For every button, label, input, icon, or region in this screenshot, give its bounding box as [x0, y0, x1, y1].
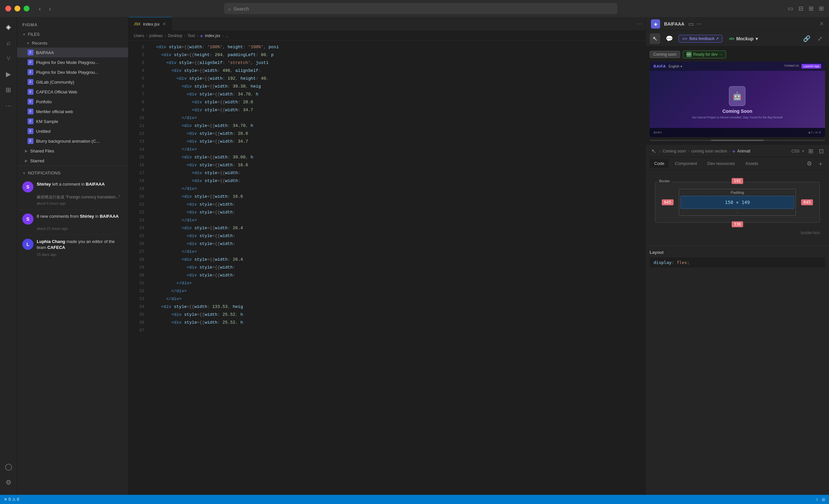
panel-breadcrumb-cursor-icon[interactable]: ↖	[650, 147, 657, 155]
sync-icon[interactable]: ↕	[816, 497, 818, 502]
breadcrumb-sep-1: ›	[165, 33, 166, 38]
breadcrumb-index-jsx[interactable]: index.jsx	[205, 33, 220, 38]
file-item-cafeca[interactable]: F CAFECA Official Web	[17, 87, 128, 97]
shared-files-item[interactable]: ▶ Shared Files	[17, 146, 128, 156]
cursor-tool-button[interactable]: ↖	[650, 33, 660, 44]
line-num-13: 13	[129, 138, 148, 146]
panel-toggle-button[interactable]: ⊞	[809, 5, 814, 12]
panel-tab-assets[interactable]: Assets	[741, 159, 763, 168]
search-icon[interactable]: ⌕	[2, 36, 15, 49]
breadcrumb-ellipsis[interactable]: ...	[226, 33, 229, 38]
tab-index-jsx[interactable]: JSX index.jsx ✕	[129, 17, 172, 31]
file-item-portfolio[interactable]: F Portfolio	[17, 97, 128, 107]
components-icon[interactable]: ⊞	[2, 83, 15, 97]
back-button[interactable]: ‹	[36, 4, 44, 14]
chevron-down-icon: ▼	[22, 32, 26, 36]
file-item-untitled[interactable]: F Untitled	[17, 126, 128, 136]
file-icon-baifaaa: F	[28, 49, 33, 56]
code-line-36: <div style={{width: 25.52, h	[151, 319, 645, 327]
badge-coming-soon[interactable]: Coming soon	[650, 51, 680, 58]
maximize-button[interactable]	[24, 6, 30, 11]
user-icon[interactable]: ◯	[2, 460, 15, 473]
code-line-7: <div style={{width: 34.70, h	[151, 91, 645, 98]
link-button[interactable]: 🔗	[801, 33, 812, 44]
line-num-11: 11	[129, 122, 148, 130]
panel-tab-component[interactable]: Component	[670, 159, 701, 168]
file-item-plugins1[interactable]: F Plugins for Dev Mode Playgrou...	[17, 58, 128, 67]
file-name-untitled: Untitled	[36, 129, 50, 134]
error-indicator[interactable]: ✕ 0 ⚠ 0	[4, 497, 19, 502]
file-item-plugins2[interactable]: F Plugins for Dev Mode Playgrou...	[17, 67, 128, 77]
files-section-header[interactable]: ▼ FILES	[17, 30, 128, 39]
files-label: FILES	[28, 32, 40, 37]
notifications-header[interactable]: ▼ NOTIFICATIONS	[17, 169, 128, 177]
code-content[interactable]: <div style={{width: '100%', height: '100…	[148, 41, 645, 495]
notification-item-2[interactable]: L Luphia Chang made you an editor of the…	[17, 235, 128, 261]
file-item-km[interactable]: F KM Sample	[17, 116, 128, 126]
file-icon-gitlab: F	[28, 79, 33, 85]
panel-breadcrumb-sep-0: ›	[659, 149, 661, 153]
panel-breadcrumb-animati[interactable]: Animati	[737, 149, 750, 153]
breadcrumb-users[interactable]: Users	[134, 33, 144, 38]
panel-breadcrumb-coming-soon[interactable]: Coming soon	[663, 149, 686, 153]
line-num-28: 28	[129, 256, 148, 264]
panel-tab-dev-resources[interactable]: Dev resources	[703, 159, 740, 168]
forward-button[interactable]: ›	[46, 4, 54, 14]
panel-more-button[interactable]: ···	[696, 20, 701, 28]
code-line-21: <div style={{width:	[151, 201, 645, 209]
settings-icon[interactable]: ⚙	[2, 476, 15, 489]
panel-close-button[interactable]: ✕	[820, 21, 824, 27]
layout-toggle-button[interactable]: ⊟	[798, 5, 803, 12]
beta-feedback-button[interactable]: </> Beta feedback ↗	[679, 35, 722, 43]
css-label[interactable]: CSS	[791, 149, 799, 153]
preview-scrollbar[interactable]	[650, 140, 825, 141]
panel-breadcrumb-section[interactable]: coming soon section	[691, 149, 727, 153]
expand-button[interactable]: ⤢	[815, 33, 825, 44]
inspect-button[interactable]: ⊡	[817, 147, 825, 155]
panel-actions: ▭ ···	[688, 20, 701, 28]
code-line-11: <div style={{width: 34.70, h	[151, 122, 645, 130]
notif-text-2: Luphia Chang made you an editor of the t…	[37, 239, 123, 251]
badge-ready-for-dev[interactable]: </> Ready for dev ···	[683, 50, 726, 58]
figma-logo-icon[interactable]: ◈	[2, 20, 15, 33]
panel-add-button[interactable]: ＋	[816, 159, 825, 168]
breadcrumb-text[interactable]: Text	[188, 33, 195, 38]
plugins-icon[interactable]: ⋯	[2, 99, 15, 112]
recents-header[interactable]: ▼ Recents	[17, 39, 128, 47]
file-item-blurry[interactable]: F Blurry background animation (C...	[17, 136, 128, 146]
panel-tab-code[interactable]: Code	[650, 159, 669, 168]
tab-close-icon[interactable]: ✕	[162, 21, 166, 27]
code-line-29: <div style={{width:	[151, 264, 645, 272]
size-box: 150 × 149	[680, 196, 795, 209]
comment-tool-button[interactable]: 💬	[664, 33, 675, 44]
panel-settings-button[interactable]: ⚙	[805, 159, 814, 168]
tab-more-button[interactable]: ···	[633, 20, 645, 27]
recents-chevron-icon: ▼	[26, 41, 30, 45]
file-item-gitlab[interactable]: F GitLab (Community)	[17, 77, 128, 87]
git-icon[interactable]: ⑂	[2, 52, 15, 65]
mockup-button[interactable]: </> Mockup ▾	[726, 35, 760, 43]
search-bar[interactable]: ⌕ Search	[224, 3, 617, 14]
file-item-mermer[interactable]: F MerMer official web	[17, 107, 128, 116]
preview-character-icon: 🤖	[729, 86, 745, 106]
grid-toggle-button[interactable]: ⊞	[819, 5, 824, 12]
notification-item-1[interactable]: S 8 new comments from Shirley in BAIFAAA…	[17, 210, 128, 235]
deploy-icon[interactable]: ▶	[2, 68, 15, 81]
breadcrumb-jodiewu[interactable]: jodiewu	[149, 33, 163, 38]
sidebar-toggle-button[interactable]: ▭	[788, 5, 793, 12]
search-icon: ⌕	[228, 6, 231, 11]
minimize-button[interactable]	[14, 6, 20, 11]
code-line-37	[151, 327, 645, 334]
file-item-baifaaa[interactable]: F BAIFAAA	[17, 47, 128, 58]
starred-item[interactable]: ▶ Starred	[17, 156, 128, 166]
notification-item-0[interactable]: S Shirley left a comment in BAIFAAA 麻煩將這…	[17, 177, 128, 210]
close-button[interactable]	[5, 6, 11, 11]
panel-split-button[interactable]: ▭	[688, 20, 694, 28]
notif-header-2: L Luphia Chang made you an editor of the…	[22, 239, 123, 251]
breadcrumb-desktop[interactable]: Desktop	[168, 33, 182, 38]
copy-code-button[interactable]: ⊞	[807, 147, 815, 155]
display-prop: display	[654, 260, 672, 265]
panel-header: ◈ BAIFAAA ▭ ··· ✕	[646, 17, 829, 31]
live-share-icon[interactable]: ◎	[822, 497, 825, 502]
bottom-number-container: 330	[732, 221, 744, 227]
